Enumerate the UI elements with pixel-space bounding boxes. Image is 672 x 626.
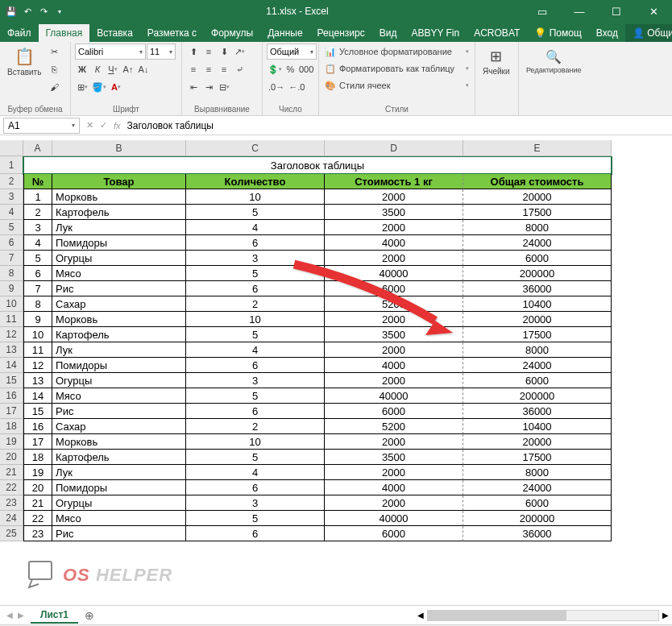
data-cell[interactable]: 2000	[325, 434, 463, 450]
data-cell[interactable]: 8000	[463, 342, 612, 358]
name-box[interactable]: A1▾	[3, 118, 80, 134]
close-icon[interactable]: ✕	[635, 0, 672, 23]
data-cell[interactable]: 10	[186, 312, 325, 327]
data-cell[interactable]: 6	[186, 404, 325, 419]
data-cell[interactable]: 2000	[325, 189, 463, 205]
data-cell[interactable]: 20000	[463, 312, 612, 327]
indent-inc-icon[interactable]: ⇥	[201, 79, 216, 95]
editing-button[interactable]: 🔍 Редактирование	[523, 44, 585, 79]
format-table-button[interactable]: 📋 Форматировать как таблицу▾	[323, 60, 471, 77]
data-cell[interactable]: 6000	[463, 373, 612, 388]
rowhead-15[interactable]: 15	[0, 373, 23, 388]
data-cell[interactable]: 40000	[325, 388, 463, 404]
font-shrink-icon[interactable]: A↓	[136, 61, 151, 77]
data-cell[interactable]: 23	[23, 526, 52, 541]
hscroll-track[interactable]	[427, 610, 659, 621]
data-cell[interactable]: Картофель	[52, 327, 186, 342]
data-cell[interactable]: 20000	[463, 434, 612, 450]
cell-styles-button[interactable]: 🎨 Стили ячеек▾	[323, 77, 471, 93]
data-cell[interactable]: 4	[23, 235, 52, 251]
data-cell[interactable]: 5	[23, 251, 52, 266]
colhead-D[interactable]: D	[325, 140, 463, 156]
data-cell[interactable]: Мясо	[52, 511, 186, 526]
underline-icon[interactable]: Ч▾	[106, 61, 120, 77]
data-cell[interactable]: 24000	[463, 358, 612, 373]
colhead-A[interactable]: A	[23, 140, 52, 156]
align-left-icon[interactable]: ≡	[186, 61, 201, 77]
undo-icon[interactable]: ↶	[21, 5, 34, 18]
rowhead-11[interactable]: 11	[0, 312, 23, 327]
data-cell[interactable]: Мясо	[52, 388, 186, 404]
data-cell[interactable]: 10400	[463, 419, 612, 434]
data-cell[interactable]: 24000	[463, 235, 612, 251]
minimize-icon[interactable]: —	[561, 0, 598, 23]
font-name-select[interactable]: Calibri▾	[75, 44, 146, 60]
data-cell[interactable]: 2	[186, 419, 325, 434]
cells-button[interactable]: ⊞ Ячейки	[479, 44, 513, 79]
data-cell[interactable]: 5	[186, 327, 325, 342]
data-cell[interactable]: 6	[186, 480, 325, 495]
tab-формулы[interactable]: Формулы	[204, 24, 260, 42]
data-cell[interactable]: 3500	[325, 327, 463, 342]
header-cell[interactable]: Товар	[52, 174, 186, 189]
comma-icon[interactable]: 000	[298, 61, 314, 77]
data-cell[interactable]: 14	[23, 388, 52, 404]
align-center-icon[interactable]: ≡	[201, 61, 216, 77]
italic-icon[interactable]: К	[90, 61, 105, 77]
data-cell[interactable]: 3500	[325, 205, 463, 220]
data-cell[interactable]: 5	[186, 450, 325, 465]
align-bottom-icon[interactable]: ⬇	[217, 44, 231, 60]
rowhead-9[interactable]: 9	[0, 281, 23, 296]
cond-format-button[interactable]: 📊 Условное форматирование▾	[323, 44, 471, 60]
rowhead-25[interactable]: 25	[0, 526, 23, 541]
rowhead-6[interactable]: 6	[0, 235, 23, 251]
hscroll-right-icon[interactable]: ▶	[659, 611, 672, 620]
rowhead-14[interactable]: 14	[0, 358, 23, 373]
paste-button[interactable]: 📋 Вставить	[4, 44, 44, 79]
data-cell[interactable]: 200000	[463, 266, 612, 281]
data-cell[interactable]: 10400	[463, 296, 612, 312]
data-cell[interactable]: 4	[186, 342, 325, 358]
data-cell[interactable]: Рис	[52, 404, 186, 419]
rowhead-2[interactable]: 2	[0, 174, 23, 189]
formula-input[interactable]	[124, 120, 672, 131]
header-cell[interactable]: Количество	[186, 174, 325, 189]
data-cell[interactable]: 5200	[325, 419, 463, 434]
align-top-icon[interactable]: ⬆	[186, 44, 201, 60]
rowhead-1[interactable]: 1	[0, 156, 23, 174]
data-cell[interactable]: Огурцы	[52, 373, 186, 388]
data-cell[interactable]: 36000	[463, 404, 612, 419]
rowhead-17[interactable]: 17	[0, 404, 23, 419]
font-grow-icon[interactable]: A↑	[121, 61, 135, 77]
data-cell[interactable]: 5	[186, 388, 325, 404]
data-cell[interactable]: 11	[23, 342, 52, 358]
data-cell[interactable]: 40000	[325, 266, 463, 281]
data-cell[interactable]: 10	[186, 434, 325, 450]
format-painter-icon[interactable]: 🖌	[47, 79, 61, 95]
share-button[interactable]: 👤 Общий доступ	[625, 24, 672, 42]
rowhead-22[interactable]: 22	[0, 480, 23, 495]
data-cell[interactable]: 6	[186, 358, 325, 373]
data-cell[interactable]: 5	[186, 205, 325, 220]
data-cell[interactable]: 2	[186, 296, 325, 312]
fx-icon[interactable]: fx	[114, 121, 121, 131]
data-cell[interactable]: 3500	[325, 450, 463, 465]
data-cell[interactable]: 6	[186, 526, 325, 541]
data-cell[interactable]: 18	[23, 450, 52, 465]
customize-qat-icon[interactable]: ▾	[53, 5, 66, 18]
fill-color-icon[interactable]: 🪣▾	[90, 79, 108, 95]
data-cell[interactable]: 17500	[463, 450, 612, 465]
data-cell[interactable]: 5200	[325, 296, 463, 312]
data-cell[interactable]: Морковь	[52, 312, 186, 327]
data-cell[interactable]: 4000	[325, 358, 463, 373]
align-middle-icon[interactable]: ≡	[201, 44, 216, 60]
data-cell[interactable]: 8000	[463, 465, 612, 480]
data-cell[interactable]: 4	[186, 465, 325, 480]
data-cell[interactable]: Помидоры	[52, 480, 186, 495]
data-cell[interactable]: Картофель	[52, 450, 186, 465]
data-cell[interactable]: Мясо	[52, 266, 186, 281]
save-icon[interactable]: 💾	[5, 5, 18, 18]
data-cell[interactable]: Сахар	[52, 296, 186, 312]
data-cell[interactable]: 2000	[325, 342, 463, 358]
rowhead-16[interactable]: 16	[0, 388, 23, 404]
